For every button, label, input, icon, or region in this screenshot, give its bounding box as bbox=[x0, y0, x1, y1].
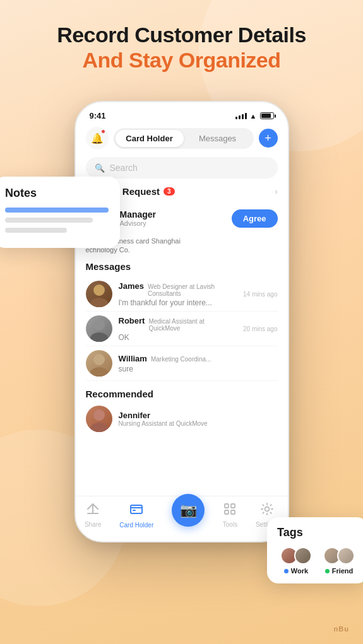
message-item-james[interactable]: James Web Designer at Lavish Consultants… bbox=[86, 277, 278, 312]
messages-title: Messages bbox=[86, 261, 278, 272]
tags-card: Tags Work Friend bbox=[267, 517, 363, 583]
friends-arrow-icon: › bbox=[275, 187, 277, 196]
tag-dot-work bbox=[284, 569, 289, 573]
msg-content-robert: Robert Medical Assistant at QuickMove OK bbox=[119, 316, 237, 342]
msg-time-robert: 20 mins ago bbox=[243, 325, 277, 332]
tag-text-friend: Friend bbox=[332, 567, 354, 575]
recommended-section: Recommended Jennifer Nursing Assistant a… bbox=[76, 383, 288, 437]
battery-icon bbox=[260, 112, 274, 119]
message-item-william[interactable]: William Marketing Coordina... sure bbox=[86, 346, 278, 381]
notification-dot bbox=[101, 129, 105, 134]
header-line1: Record Customer Details bbox=[20, 23, 343, 47]
msg-header-james: James Web Designer at Lavish Consultants bbox=[119, 281, 237, 297]
avatar-james bbox=[86, 281, 112, 307]
message-item-robert[interactable]: Robert Medical Assistant at QuickMove OK… bbox=[86, 312, 278, 346]
nav-card-holder[interactable]: Card Holder bbox=[119, 501, 153, 529]
card-holder-icon bbox=[129, 501, 144, 520]
svg-rect-12 bbox=[225, 504, 229, 508]
nav-tools[interactable]: Tools bbox=[223, 502, 237, 528]
header-line2: And Stay Organized bbox=[20, 47, 343, 73]
tag-dot-friend bbox=[325, 569, 330, 573]
msg-content-james: James Web Designer at Lavish Consultants… bbox=[119, 281, 237, 307]
status-time: 9:41 bbox=[90, 111, 106, 120]
messages-section: Messages James Web Designer at Lavish Co… bbox=[76, 255, 288, 383]
notes-line-3 bbox=[5, 228, 67, 233]
msg-header-william: William Marketing Coordina... bbox=[119, 354, 271, 363]
svg-point-6 bbox=[93, 354, 105, 365]
add-button[interactable]: + bbox=[259, 129, 278, 148]
notes-line-1 bbox=[5, 208, 109, 213]
camera-button[interactable]: 📷 bbox=[172, 494, 205, 527]
notification-button[interactable]: 🔔 bbox=[86, 127, 109, 149]
avatar-william bbox=[86, 350, 112, 377]
rec-item-jennifer[interactable]: Jennifer Nursing Assistant at QuickMove bbox=[86, 403, 278, 435]
friends-badge: 3 bbox=[164, 187, 175, 196]
msg-role-william: Marketing Coordina... bbox=[151, 356, 211, 363]
phone-mockup: 9:41 ▲ 🔔 Card Holder bbox=[68, 101, 295, 568]
msg-time-james: 14 mins ago bbox=[243, 291, 277, 298]
svg-point-16 bbox=[265, 507, 269, 512]
tag-group-friend: Friend bbox=[320, 547, 358, 575]
tag-avatar-friend-2 bbox=[337, 547, 355, 565]
search-bar[interactable]: 🔍 Search bbox=[86, 157, 278, 179]
search-placeholder: Search bbox=[110, 163, 138, 173]
svg-rect-14 bbox=[225, 510, 229, 514]
tab-messages[interactable]: Messages bbox=[184, 130, 252, 147]
svg-point-8 bbox=[93, 409, 105, 421]
camera-icon: 📷 bbox=[180, 502, 197, 518]
msg-text-robert: OK bbox=[119, 333, 220, 342]
msg-role-robert: Medical Assistant at QuickMove bbox=[148, 318, 237, 332]
nav-tools-label: Tools bbox=[223, 521, 237, 528]
nav-share[interactable]: Share bbox=[85, 502, 102, 528]
tags-grid: Work Friend bbox=[277, 547, 358, 575]
msg-role-james: Web Designer at Lavish Consultants bbox=[148, 283, 237, 297]
tab-card-holder[interactable]: Card Holder bbox=[116, 130, 184, 147]
agree-button[interactable]: Agree bbox=[232, 209, 278, 228]
tag-avatars-work bbox=[280, 547, 312, 565]
wifi-icon: ▲ bbox=[250, 112, 257, 120]
friend-sub: Advisory bbox=[120, 220, 157, 227]
tag-group-work: Work bbox=[277, 547, 315, 575]
nav-card-holder-label: Card Holder bbox=[119, 522, 153, 529]
status-right: ▲ bbox=[235, 112, 274, 120]
msg-name-william: William bbox=[119, 354, 147, 363]
tag-label-friend: Friend bbox=[325, 567, 354, 575]
svg-rect-15 bbox=[231, 510, 235, 514]
logo-watermark: nBu bbox=[334, 625, 349, 633]
msg-content-william: William Marketing Coordina... sure bbox=[119, 354, 271, 373]
settings-icon bbox=[260, 502, 274, 519]
tag-text-work: Work bbox=[291, 567, 308, 575]
svg-rect-13 bbox=[231, 504, 235, 508]
nav-camera[interactable]: 📷 bbox=[172, 504, 205, 527]
notes-card: Notes bbox=[0, 177, 120, 248]
rec-role-jennifer: Nursing Assistant at QuickMove bbox=[119, 420, 208, 427]
friend-name: Manager bbox=[120, 209, 157, 220]
svg-rect-11 bbox=[133, 510, 136, 511]
msg-text-william: sure bbox=[119, 365, 220, 373]
msg-header-robert: Robert Medical Assistant at QuickMove bbox=[119, 316, 237, 332]
bell-icon: 🔔 bbox=[91, 132, 104, 144]
recommended-title: Recommended bbox=[86, 389, 278, 399]
avatar-jennifer bbox=[86, 406, 112, 432]
msg-text-james: I'm thankful for your intere... bbox=[119, 298, 220, 307]
friend-info: Manager Advisory bbox=[120, 209, 157, 227]
notes-line-2 bbox=[5, 218, 93, 223]
header-section: Record Customer Details And Stay Organiz… bbox=[0, 23, 363, 73]
share-icon bbox=[86, 502, 100, 519]
msg-name-robert: Robert bbox=[119, 316, 145, 325]
tags-title: Tags bbox=[277, 526, 358, 539]
svg-point-9 bbox=[90, 423, 108, 432]
plus-icon: + bbox=[265, 132, 271, 145]
svg-point-4 bbox=[93, 319, 105, 331]
svg-point-3 bbox=[90, 298, 108, 307]
signal-icon bbox=[235, 113, 247, 119]
tag-label-work: Work bbox=[284, 567, 308, 575]
rec-name-jennifer: Jennifer bbox=[119, 411, 208, 420]
tab-group: Card Holder Messages bbox=[114, 128, 254, 149]
status-bar: 9:41 ▲ bbox=[76, 102, 288, 124]
rec-info-jennifer: Jennifer Nursing Assistant at QuickMove bbox=[119, 411, 208, 427]
notes-title: Notes bbox=[5, 187, 109, 200]
svg-point-7 bbox=[90, 367, 108, 377]
svg-rect-10 bbox=[131, 505, 142, 513]
top-nav: 🔔 Card Holder Messages + bbox=[76, 124, 288, 155]
